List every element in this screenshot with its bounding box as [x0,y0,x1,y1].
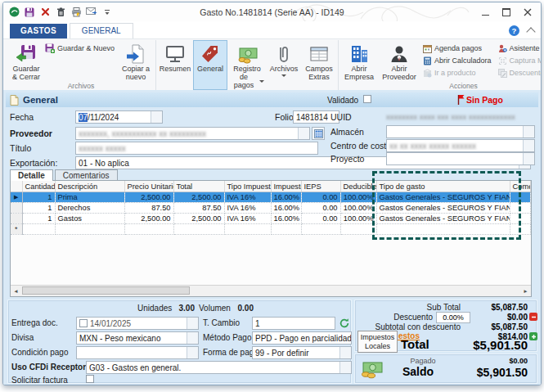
asistente-producto-icon [498,44,507,53]
tab-detalle[interactable]: Detalle [10,169,53,181]
condicion-pago-field[interactable] [76,346,199,359]
save-close-icon [16,43,37,65]
solicitar-factura-checkbox[interactable] [86,375,94,383]
resumen-button[interactable]: Resumen [157,40,193,90]
col-header-ieps[interactable]: IEPS [301,181,340,192]
tab-gastos[interactable]: GASTOS [10,24,67,38]
abrir-proveedor-button[interactable]: Abrir Proveedor [379,40,420,82]
table-row[interactable]: ▶ 1 Prima 2,500.00 2,500.00 IVA 16% 16.0… [11,192,531,203]
volumen-label: Volumen [199,304,231,313]
descuento-pct-input[interactable] [436,312,470,323]
centro-costo-dropdown[interactable] [523,140,534,151]
col-header-tipo-gasto[interactable]: Tipo de gasto [376,181,510,192]
minimize-button[interactable] [480,7,490,17]
general-button[interactable]: General [193,40,227,90]
dropdown-caret-icon [259,80,264,83]
delete-icon[interactable] [39,7,51,18]
col-header-total[interactable]: Total [173,181,224,192]
col-header-descripcion[interactable]: Descripción [55,181,124,192]
uso-cfdi-dropdown[interactable] [339,362,351,373]
centro-costo-field[interactable]: xx xx xxxx xxxxx xxxxxx [386,139,535,152]
table-row[interactable]: 1 Derechos 87.50 87.50 IVA 16% 16.00% 0.… [11,203,531,214]
copy-to-new-button[interactable]: Copiar a nuevo [117,40,155,82]
almacen-dropdown[interactable] [523,126,534,137]
scrollbar-thumb[interactable] [22,286,190,295]
col-header-cantidad[interactable]: Cantidad [22,181,55,192]
trash-icon[interactable] [55,7,66,18]
entrega-doc-checkbox[interactable] [79,319,88,327]
titulo-field[interactable]: xxxxxx xxxxx [75,142,318,155]
registro-pagos-button[interactable]: Registro de pagos [227,40,267,90]
new-row[interactable]: * [11,224,531,235]
save-new-button[interactable]: Guardar & Nuevo [45,43,115,54]
divisa-field[interactable]: MXN - Peso mexicano [76,331,199,345]
proveedor-field[interactable]: xxxxxxx, xxxxxxxxxxx xx xxxxxxxxx [75,127,310,140]
document-body: General Validado Sin Pago Fecha 07/11/20… [3,90,541,385]
scroll-right-arrow[interactable]: ► [520,286,531,295]
save-close-button[interactable]: Guardar & Cerrar [7,40,45,82]
campos-extras-button[interactable]: Campos Extras [301,40,337,90]
almacen-field[interactable] [386,125,535,138]
folio-label: Folio [275,112,294,122]
archivos-button[interactable]: Archivos [267,40,301,90]
forma-pago-dropdown[interactable] [339,347,351,358]
send-mail-icon[interactable] [86,7,97,18]
tcambio-label: T. Cambio [203,318,240,327]
uso-cfdi-field[interactable]: G03 - Gastos en general. [86,361,352,374]
agenda-pagos-button[interactable]: Agenda pagos [423,43,492,54]
fecha-label: Fecha [10,112,34,122]
table-row[interactable]: 1 Gastos 2,500.00 2,500.00 IVA 16% 16.00… [11,214,531,224]
current-row-indicator[interactable]: ▶ [11,192,22,203]
abrir-proveedor-icon [389,43,409,65]
ribbon-group-archivos: Guardar & Cerrar Guardar & Nuevo Copiar … [7,40,156,90]
validado-checkbox[interactable] [363,95,371,103]
col-header-precio[interactable]: Precio Unitario [124,181,173,192]
resumen-icon [165,43,185,65]
title-bar: Gasto No.1481814 (Serie AA) - ID149 [3,2,541,21]
metodo-pago-field[interactable]: PPD - Pago en parcialidades o d [252,331,352,345]
tab-general[interactable]: GENERAL [70,23,133,38]
forma-pago-label: Forma de pago [203,348,259,357]
horizontal-scrollbar[interactable]: ◄ ► [11,285,531,296]
forma-pago-field[interactable]: 99 - Por definir [252,346,352,359]
maximize-button[interactable] [501,7,511,17]
scroll-left-arrow[interactable]: ◄ [11,286,21,295]
impuestos-locales-button[interactable]: Impuestos Locales [357,331,398,353]
help-icon[interactable]: ? [509,25,519,36]
col-header-deducible[interactable]: Deducible [340,181,376,192]
total-value: $5,901.50 [438,338,528,352]
entrega-doc-field[interactable]: 14/01/2025 [76,317,199,330]
tab-comentarios[interactable]: Comentarios [55,169,118,181]
registro-pagos-icon [236,43,258,65]
abrir-calculadora-button[interactable]: Abrir Calculadora [423,55,492,66]
row-exportacion: Exportación: 01 - No aplica Proyecto [3,156,541,169]
row-proveedor: Proveedor xxxxxxx, xxxxxxxxxxx xx xxxxxx… [3,127,541,140]
col-header-tipo-impuesto[interactable]: Tipo Impuesto [224,181,271,192]
collapse-ribbon-icon[interactable] [526,27,535,36]
ribbon-tabs: GASTOS GENERAL ? [3,21,541,39]
proveedor-lookup-button[interactable] [312,127,325,140]
refresh-rate-icon[interactable] [339,318,350,329]
divisa-dropdown[interactable] [187,332,198,344]
abrir-empresa-button[interactable]: Abrir Empresa [339,40,379,82]
tcambio-field[interactable]: 1 [252,317,335,330]
add-tax-icon[interactable] [529,332,537,340]
asistente-producto-button[interactable]: Asistente de producto [498,43,542,54]
fecha-field[interactable]: 07/11/2024 [75,110,163,124]
entrega-doc-dropdown[interactable] [187,318,198,329]
save-icon[interactable] [24,7,35,18]
fecha-dropdown[interactable] [151,111,162,123]
proyecto-field[interactable] [386,152,535,165]
subtotal-value: $5,087.50 [469,303,528,312]
col-header-comentario[interactable]: Comentario [510,181,531,192]
proveedor-dropdown[interactable] [298,128,309,139]
condicion-pago-dropdown[interactable] [187,347,198,358]
quick-print-icon[interactable] [70,7,82,18]
col-header-impuesto[interactable]: Impuesto [271,181,301,192]
saldo-panel: Pagado $0.00 Saldo $5,901.50 [354,354,537,384]
qat-customize-icon[interactable] [101,7,113,18]
close-button[interactable] [523,7,533,17]
remove-discount-icon[interactable] [529,313,537,321]
new-row-indicator[interactable]: * [11,224,22,235]
proyecto-dropdown[interactable] [523,153,534,164]
